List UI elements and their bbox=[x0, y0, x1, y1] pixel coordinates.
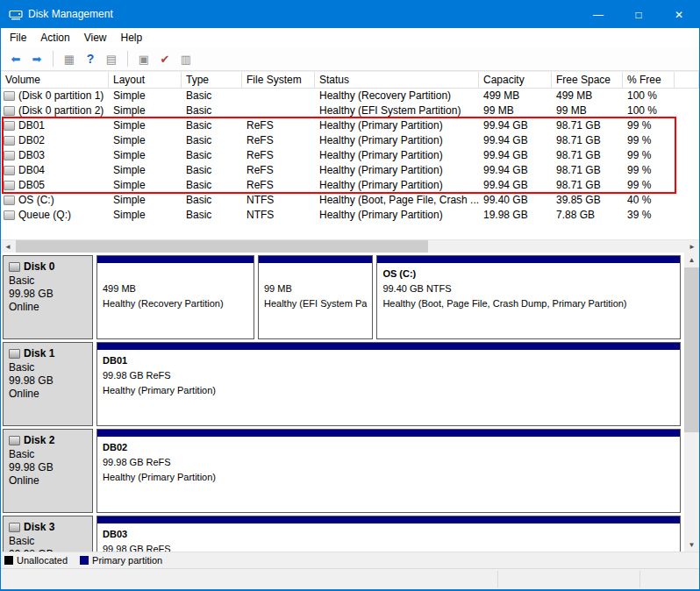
vertical-scroll-thumb[interactable] bbox=[684, 267, 699, 432]
table-row-db02[interactable]: DB02 Simple Basic ReFS Healthy (Primary … bbox=[1, 133, 699, 148]
help-icon[interactable]: ? bbox=[80, 49, 101, 68]
partition-label: DB01 bbox=[103, 353, 675, 368]
volume-name: DB01 bbox=[18, 118, 45, 133]
cell-layout: Simple bbox=[109, 103, 182, 118]
scroll-up-icon[interactable]: ▲ bbox=[684, 253, 699, 267]
table-row-db01[interactable]: DB01 Simple Basic ReFS Healthy (Primary … bbox=[1, 118, 699, 133]
cell-status: Healthy (Boot, Page File, Crash ... bbox=[315, 193, 479, 208]
disk1-panel: Disk 1 Basic 99.98 GB Online DB01 99.98 … bbox=[3, 342, 681, 426]
menu-action[interactable]: Action bbox=[33, 29, 76, 47]
column-header-volume[interactable]: Volume bbox=[1, 72, 109, 88]
disk-management-window: Disk Management — □ ✕ File Action View H… bbox=[0, 0, 700, 591]
volume-list-header: Volume Layout Type File System Status Ca… bbox=[1, 71, 699, 89]
show-hide-tree-icon[interactable]: ▦ bbox=[59, 49, 80, 68]
menu-file[interactable]: File bbox=[3, 29, 33, 47]
column-header-freespace[interactable]: Free Space bbox=[552, 72, 623, 88]
table-row-db04[interactable]: DB04 Simple Basic ReFS Healthy (Primary … bbox=[1, 163, 699, 178]
volume-icon bbox=[4, 151, 15, 160]
cell-status: Healthy (Primary Partition) bbox=[315, 148, 479, 163]
cell-freespace: 98.71 GB bbox=[552, 148, 623, 163]
cell-filesystem bbox=[242, 89, 315, 103]
maximize-button[interactable]: □ bbox=[618, 1, 659, 28]
forward-icon[interactable]: ➡ bbox=[26, 49, 47, 68]
cell-freespace: 99 MB bbox=[552, 103, 623, 118]
cell-layout: Simple bbox=[109, 208, 182, 223]
table-row-db03[interactable]: DB03 Simple Basic ReFS Healthy (Primary … bbox=[1, 148, 699, 163]
cell-capacity: 499 MB bbox=[479, 89, 552, 103]
toolbar-separator bbox=[127, 51, 128, 67]
legend-unallocated: Unallocated bbox=[4, 555, 68, 566]
table-row-queue-q[interactable]: Queue (Q:) Simple Basic NTFS Healthy (Pr… bbox=[1, 208, 699, 223]
cell-status: Healthy (EFI System Partition) bbox=[315, 103, 479, 118]
check-icon[interactable]: ✔ bbox=[154, 49, 175, 68]
minimize-button[interactable]: — bbox=[578, 1, 618, 28]
menu-view[interactable]: View bbox=[77, 29, 114, 47]
disk2-partition-db02[interactable]: DB02 99.98 GB ReFS Healthy (Primary Part… bbox=[96, 429, 681, 513]
cell-pctfree: 100 % bbox=[623, 103, 675, 118]
scroll-left-icon[interactable]: ◄ bbox=[1, 240, 15, 253]
cell-freespace: 499 MB bbox=[552, 89, 623, 103]
disk-status: Online bbox=[9, 388, 87, 401]
cell-layout: Simple bbox=[109, 178, 182, 193]
cell-capacity: 99.94 GB bbox=[479, 118, 552, 133]
window-title: Disk Management bbox=[28, 1, 113, 28]
column-header-status[interactable]: Status bbox=[315, 72, 479, 88]
primary-partition-color-bar bbox=[97, 430, 680, 437]
titlebar-drag-area[interactable] bbox=[113, 1, 578, 28]
disk0-info[interactable]: Disk 0 Basic 99.98 GB Online bbox=[3, 255, 93, 339]
disk0-partition-efi[interactable]: 99 MB Healthy (EFI System Pa bbox=[258, 255, 373, 339]
table-row-db05[interactable]: DB05 Simple Basic ReFS Healthy (Primary … bbox=[1, 178, 699, 193]
disk-size: 99.98 GB bbox=[9, 374, 87, 388]
columns-view-icon[interactable]: ▥ bbox=[175, 49, 196, 68]
cell-type: Basic bbox=[182, 89, 242, 103]
cell-filesystem: ReFS bbox=[242, 163, 315, 178]
disk1-partition-db01[interactable]: DB01 99.98 GB ReFS Healthy (Primary Part… bbox=[96, 342, 681, 426]
volume-list: Volume Layout Type File System Status Ca… bbox=[1, 71, 699, 239]
menu-help[interactable]: Help bbox=[114, 29, 150, 47]
cell-pctfree: 99 % bbox=[623, 148, 675, 163]
cell-type: Basic bbox=[182, 148, 242, 163]
column-header-filesystem[interactable]: File System bbox=[242, 72, 315, 88]
close-button[interactable]: ✕ bbox=[659, 1, 699, 28]
toolbar: ⬅ ➡ ▦ ? ▤ ▣ ✔ ▥ bbox=[1, 47, 699, 71]
scroll-down-icon[interactable]: ▼ bbox=[684, 538, 699, 552]
popup-window-icon[interactable]: ▣ bbox=[133, 49, 154, 68]
title-bar[interactable]: Disk Management — □ ✕ bbox=[1, 1, 699, 28]
disk0-partition-recovery[interactable]: 499 MB Healthy (Recovery Partition) bbox=[96, 255, 254, 339]
table-row-disk0-part2[interactable]: (Disk 0 partition 2) Simple Basic Health… bbox=[1, 103, 699, 118]
column-header-type[interactable]: Type bbox=[182, 72, 242, 88]
disk0-partition-os-c[interactable]: OS (C:) 99.40 GB NTFS Healthy (Boot, Pag… bbox=[376, 255, 681, 339]
disk1-info[interactable]: Disk 1 Basic 99.98 GB Online bbox=[3, 342, 93, 426]
cell-capacity: 19.98 GB bbox=[479, 208, 552, 223]
horizontal-scroll-thumb[interactable] bbox=[16, 240, 428, 253]
table-row-disk0-part1[interactable]: (Disk 0 partition 1) Simple Basic Health… bbox=[1, 89, 699, 103]
column-header-capacity[interactable]: Capacity bbox=[479, 72, 552, 88]
partition-label: DB02 bbox=[103, 440, 675, 455]
vertical-scrollbar[interactable]: ▲ ▼ bbox=[684, 253, 699, 552]
primary-partition-color-bar bbox=[377, 256, 680, 263]
cell-capacity: 99.94 GB bbox=[479, 148, 552, 163]
partition-status: Healthy (Primary Partition) bbox=[103, 470, 675, 485]
table-row-os-c[interactable]: OS (C:) Simple Basic NTFS Healthy (Boot,… bbox=[1, 193, 699, 208]
horizontal-scrollbar[interactable]: ◄ ► bbox=[1, 239, 699, 253]
details-view-icon[interactable]: ▤ bbox=[101, 49, 122, 68]
disk3-partition-db03[interactable]: DB03 99.98 GB ReFS Healthy (Primary Part… bbox=[96, 516, 681, 552]
volume-icon bbox=[4, 181, 15, 190]
partition-label bbox=[264, 267, 367, 281]
volume-icon bbox=[4, 106, 15, 116]
cell-pctfree: 40 % bbox=[623, 193, 675, 208]
column-header-pctfree[interactable]: % Free bbox=[623, 72, 675, 88]
cell-filesystem bbox=[242, 103, 315, 118]
disk3-info[interactable]: Disk 3 Basic 99.98 GB Online bbox=[3, 516, 93, 552]
disk-status: Online bbox=[9, 474, 87, 488]
cell-filesystem: NTFS bbox=[242, 193, 315, 208]
scroll-right-icon[interactable]: ► bbox=[685, 240, 699, 253]
disk-icon bbox=[9, 523, 20, 532]
back-icon[interactable]: ⬅ bbox=[5, 49, 26, 68]
disk2-info[interactable]: Disk 2 Basic 99.98 GB Online bbox=[3, 429, 93, 513]
cell-freespace: 98.71 GB bbox=[552, 178, 623, 193]
partition-size: 99.98 GB ReFS bbox=[103, 455, 675, 470]
volume-name: (Disk 0 partition 1) bbox=[18, 89, 104, 103]
column-header-layout[interactable]: Layout bbox=[109, 72, 182, 88]
disk3-partitions: DB03 99.98 GB ReFS Healthy (Primary Part… bbox=[96, 516, 681, 552]
